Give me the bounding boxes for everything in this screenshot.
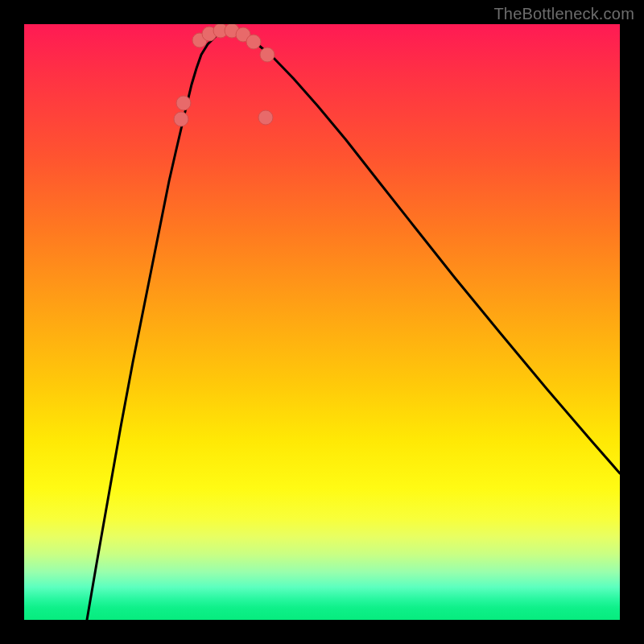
- bottleneck-curve: [87, 31, 620, 620]
- trough-6: [246, 35, 261, 49]
- right-outlier: [258, 110, 273, 125]
- chart-frame: TheBottleneck.com: [0, 0, 644, 644]
- marker-group: [174, 24, 275, 126]
- left-cluster-1: [174, 112, 188, 126]
- watermark-text: TheBottleneck.com: [493, 5, 634, 23]
- right-1: [260, 47, 275, 62]
- plot-area: [24, 24, 620, 620]
- chart-svg: [24, 24, 620, 620]
- left-cluster-2: [176, 96, 191, 110]
